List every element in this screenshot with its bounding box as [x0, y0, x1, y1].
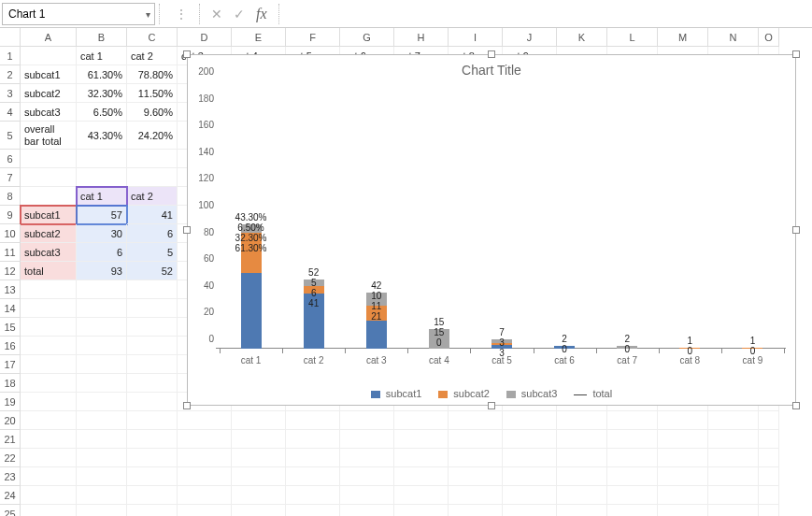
resize-handle[interactable]: [792, 50, 800, 58]
resize-handle[interactable]: [792, 402, 800, 409]
cell[interactable]: [232, 411, 286, 430]
bar-segment[interactable]: [241, 273, 262, 350]
row-header[interactable]: 22: [0, 449, 21, 467]
row-header[interactable]: 2: [0, 65, 21, 84]
cell[interactable]: [77, 299, 127, 318]
cell[interactable]: [607, 411, 658, 430]
cell[interactable]: [21, 505, 77, 516]
resize-handle[interactable]: [183, 402, 191, 409]
cell[interactable]: [607, 449, 658, 467]
cell[interactable]: 30: [77, 224, 127, 243]
cell[interactable]: [708, 505, 759, 516]
cell[interactable]: [658, 486, 708, 505]
cell[interactable]: [21, 486, 77, 505]
cell[interactable]: total: [21, 262, 77, 280]
cell[interactable]: [127, 355, 178, 374]
cell[interactable]: [394, 449, 449, 467]
row-header[interactable]: 14: [0, 299, 21, 318]
resize-handle[interactable]: [792, 226, 800, 234]
cell[interactable]: [21, 411, 77, 430]
resize-handle[interactable]: [183, 50, 191, 58]
cell[interactable]: [21, 168, 77, 187]
cell[interactable]: [127, 374, 178, 393]
cell[interactable]: [503, 505, 557, 516]
cell[interactable]: [759, 449, 779, 467]
cell[interactable]: [708, 486, 759, 505]
col-header-O[interactable]: O: [759, 28, 779, 47]
cell[interactable]: subcat3: [21, 103, 77, 122]
cell[interactable]: [449, 486, 503, 505]
chart-title[interactable]: Chart Title: [188, 63, 795, 78]
cell[interactable]: [607, 430, 658, 449]
cell[interactable]: [503, 449, 557, 467]
cell[interactable]: [286, 486, 340, 505]
cell[interactable]: [708, 430, 759, 449]
cell[interactable]: 9.60%: [127, 103, 178, 122]
cell[interactable]: [178, 430, 232, 449]
cell[interactable]: [503, 467, 557, 486]
cell[interactable]: [658, 430, 708, 449]
cell[interactable]: [449, 411, 503, 430]
cell[interactable]: [21, 280, 77, 299]
cell[interactable]: [21, 355, 77, 374]
col-header-G[interactable]: G: [340, 28, 394, 47]
row-header[interactable]: 4: [0, 103, 21, 122]
cell[interactable]: [127, 299, 178, 318]
col-header-E[interactable]: E: [232, 28, 286, 47]
cell[interactable]: [557, 467, 607, 486]
cell[interactable]: [232, 467, 286, 486]
cell[interactable]: [232, 486, 286, 505]
cell[interactable]: [557, 430, 607, 449]
cell[interactable]: [394, 505, 449, 516]
cell[interactable]: [77, 318, 127, 337]
cell[interactable]: subcat1: [21, 65, 77, 84]
col-header-H[interactable]: H: [394, 28, 449, 47]
cell[interactable]: [759, 467, 779, 486]
row-header[interactable]: 23: [0, 467, 21, 486]
col-header-J[interactable]: J: [503, 28, 557, 47]
cell[interactable]: [503, 430, 557, 449]
cell[interactable]: 6: [127, 224, 178, 243]
cell[interactable]: [178, 449, 232, 467]
cell[interactable]: 78.80%: [127, 65, 178, 84]
col-header-A[interactable]: A: [21, 28, 77, 47]
cell[interactable]: cat 1: [77, 187, 127, 206]
cell[interactable]: [232, 449, 286, 467]
cell[interactable]: 43.30%: [77, 122, 127, 150]
cell[interactable]: [77, 150, 127, 168]
row-header[interactable]: 18: [0, 374, 21, 393]
cell[interactable]: [286, 449, 340, 467]
cell[interactable]: [340, 411, 394, 430]
cell[interactable]: [77, 449, 127, 467]
row-header[interactable]: 6: [0, 150, 21, 168]
cell[interactable]: [77, 430, 127, 449]
cell[interactable]: [21, 318, 77, 337]
row-header[interactable]: 11: [0, 243, 21, 262]
cell[interactable]: [77, 168, 127, 187]
row-header[interactable]: 8: [0, 187, 21, 206]
cell[interactable]: [449, 430, 503, 449]
cell[interactable]: [658, 505, 708, 516]
cell[interactable]: [394, 411, 449, 430]
name-box[interactable]: Chart 1 ▾: [2, 3, 155, 25]
resize-handle[interactable]: [488, 50, 495, 58]
cell[interactable]: [658, 449, 708, 467]
cell[interactable]: [77, 486, 127, 505]
cell[interactable]: [127, 318, 178, 337]
cell[interactable]: [340, 430, 394, 449]
cell[interactable]: [127, 168, 178, 187]
cell[interactable]: 41: [127, 206, 178, 224]
cell[interactable]: [340, 449, 394, 467]
cell[interactable]: [503, 486, 557, 505]
cell[interactable]: [340, 467, 394, 486]
chart-legend[interactable]: subcat1 subcat2 subcat3 total: [188, 388, 795, 399]
cell[interactable]: [607, 467, 658, 486]
cell[interactable]: 61.30%: [77, 65, 127, 84]
legend-item[interactable]: total: [574, 388, 612, 399]
cell[interactable]: [127, 449, 178, 467]
legend-item[interactable]: subcat1: [371, 388, 422, 399]
accept-icon[interactable]: ✓: [234, 7, 245, 22]
cell[interactable]: 57: [77, 206, 127, 224]
cell[interactable]: [178, 411, 232, 430]
cell[interactable]: [286, 467, 340, 486]
